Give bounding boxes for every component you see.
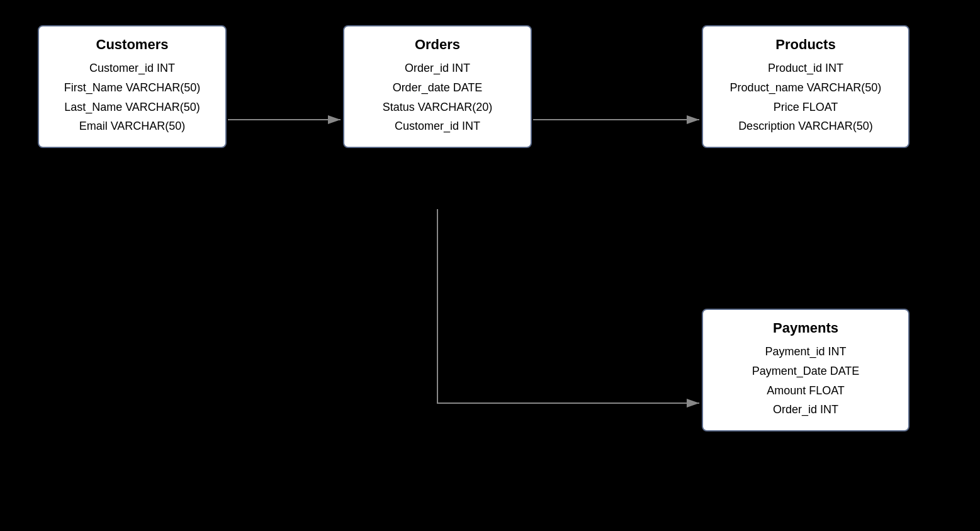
orders-field-3: Customer_id INT [359, 117, 515, 135]
products-table: Products Product_id INT Product_name VAR… [702, 25, 910, 148]
orders-title: Orders [359, 37, 515, 53]
products-field-1: Product_name VARCHAR(50) [718, 79, 893, 97]
customers-field-0: Customer_id INT [54, 59, 210, 77]
payments-field-2: Amount FLOAT [718, 382, 893, 400]
orders-field-2: Status VARCHAR(20) [359, 98, 515, 117]
payments-field-3: Order_id INT [718, 401, 893, 419]
products-field-2: Price FLOAT [718, 98, 893, 117]
customers-title: Customers [54, 37, 210, 53]
customers-table: Customers Customer_id INT First_Name VAR… [38, 25, 227, 148]
customers-field-2: Last_Name VARCHAR(50) [54, 98, 210, 117]
payments-field-0: Payment_id INT [718, 343, 893, 361]
payments-title: Payments [718, 320, 893, 336]
payments-field-1: Payment_Date DATE [718, 362, 893, 380]
products-field-0: Product_id INT [718, 59, 893, 77]
orders-field-1: Order_date DATE [359, 79, 515, 97]
products-field-3: Description VARCHAR(50) [718, 117, 893, 135]
orders-field-0: Order_id INT [359, 59, 515, 77]
customers-field-1: First_Name VARCHAR(50) [54, 79, 210, 97]
products-title: Products [718, 37, 893, 53]
diagram-container: Customers Customer_id INT First_Name VAR… [0, 0, 980, 531]
orders-table: Orders Order_id INT Order_date DATE Stat… [343, 25, 532, 148]
payments-table: Payments Payment_id INT Payment_Date DAT… [702, 309, 910, 431]
arrow-orders-payments [437, 209, 699, 403]
customers-field-3: Email VARCHAR(50) [54, 117, 210, 135]
